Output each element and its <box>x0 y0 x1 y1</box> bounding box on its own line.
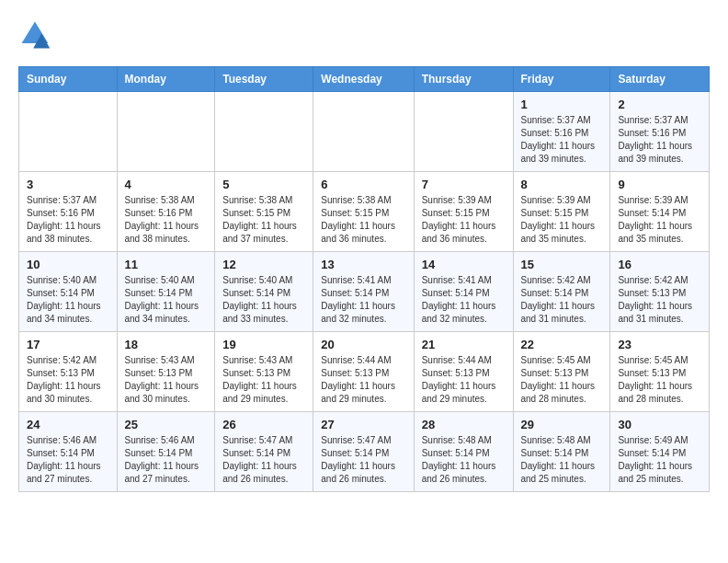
day-info: Sunrise: 5:37 AM Sunset: 5:16 PM Dayligh… <box>618 114 701 166</box>
day-number: 8 <box>521 178 603 191</box>
day-number: 13 <box>321 258 405 271</box>
day-info: Sunrise: 5:37 AM Sunset: 5:16 PM Dayligh… <box>521 114 603 166</box>
day-number: 18 <box>125 338 208 351</box>
day-number: 3 <box>27 178 109 191</box>
day-number: 6 <box>321 178 405 191</box>
calendar-cell: 9Sunrise: 5:39 AM Sunset: 5:14 PM Daylig… <box>610 172 710 252</box>
day-number: 15 <box>521 258 603 271</box>
calendar-cell: 2Sunrise: 5:37 AM Sunset: 5:16 PM Daylig… <box>610 92 710 172</box>
day-number: 27 <box>321 418 405 431</box>
calendar-cell: 21Sunrise: 5:44 AM Sunset: 5:13 PM Dayli… <box>414 332 513 412</box>
day-info: Sunrise: 5:39 AM Sunset: 5:15 PM Dayligh… <box>422 194 506 246</box>
calendar-cell: 7Sunrise: 5:39 AM Sunset: 5:15 PM Daylig… <box>414 172 513 252</box>
day-number: 30 <box>618 418 701 431</box>
calendar-week-3: 10Sunrise: 5:40 AM Sunset: 5:14 PM Dayli… <box>19 252 710 332</box>
day-number: 22 <box>521 338 603 351</box>
day-info: Sunrise: 5:38 AM Sunset: 5:16 PM Dayligh… <box>125 194 208 246</box>
day-info: Sunrise: 5:39 AM Sunset: 5:15 PM Dayligh… <box>521 194 603 246</box>
calendar-cell: 17Sunrise: 5:42 AM Sunset: 5:13 PM Dayli… <box>19 332 118 412</box>
day-number: 16 <box>618 258 701 271</box>
day-info: Sunrise: 5:40 AM Sunset: 5:14 PM Dayligh… <box>125 274 208 326</box>
calendar-cell: 3Sunrise: 5:37 AM Sunset: 5:16 PM Daylig… <box>19 172 118 252</box>
day-number: 10 <box>27 258 109 271</box>
calendar-cell: 27Sunrise: 5:47 AM Sunset: 5:14 PM Dayli… <box>313 412 414 492</box>
day-info: Sunrise: 5:48 AM Sunset: 5:14 PM Dayligh… <box>422 434 506 486</box>
day-info: Sunrise: 5:40 AM Sunset: 5:14 PM Dayligh… <box>27 274 109 326</box>
calendar-cell: 5Sunrise: 5:38 AM Sunset: 5:15 PM Daylig… <box>215 172 313 252</box>
day-info: Sunrise: 5:48 AM Sunset: 5:14 PM Dayligh… <box>521 434 603 486</box>
day-number: 14 <box>422 258 506 271</box>
header-day-sunday: Sunday <box>19 67 118 92</box>
day-number: 21 <box>422 338 506 351</box>
calendar-cell: 25Sunrise: 5:46 AM Sunset: 5:14 PM Dayli… <box>117 412 215 492</box>
calendar-cell: 30Sunrise: 5:49 AM Sunset: 5:14 PM Dayli… <box>610 412 710 492</box>
calendar-cell: 15Sunrise: 5:42 AM Sunset: 5:14 PM Dayli… <box>513 252 610 332</box>
header-day-friday: Friday <box>513 67 610 92</box>
calendar-body: 1Sunrise: 5:37 AM Sunset: 5:16 PM Daylig… <box>19 92 710 492</box>
day-info: Sunrise: 5:43 AM Sunset: 5:13 PM Dayligh… <box>222 354 305 406</box>
day-info: Sunrise: 5:44 AM Sunset: 5:13 PM Dayligh… <box>321 354 405 406</box>
day-info: Sunrise: 5:49 AM Sunset: 5:14 PM Dayligh… <box>618 434 701 486</box>
calendar-cell <box>117 92 215 172</box>
day-info: Sunrise: 5:41 AM Sunset: 5:14 PM Dayligh… <box>422 274 506 326</box>
day-number: 26 <box>222 418 305 431</box>
calendar-cell: 8Sunrise: 5:39 AM Sunset: 5:15 PM Daylig… <box>513 172 610 252</box>
calendar-cell: 6Sunrise: 5:38 AM Sunset: 5:15 PM Daylig… <box>313 172 414 252</box>
calendar-cell: 16Sunrise: 5:42 AM Sunset: 5:13 PM Dayli… <box>610 252 710 332</box>
calendar-header: SundayMondayTuesdayWednesdayThursdayFrid… <box>19 67 710 92</box>
calendar-cell: 29Sunrise: 5:48 AM Sunset: 5:14 PM Dayli… <box>513 412 610 492</box>
calendar-cell <box>19 92 118 172</box>
logo <box>18 18 57 52</box>
header-day-thursday: Thursday <box>414 67 513 92</box>
day-info: Sunrise: 5:41 AM Sunset: 5:14 PM Dayligh… <box>321 274 405 326</box>
day-number: 28 <box>422 418 506 431</box>
day-number: 1 <box>521 98 603 111</box>
day-number: 4 <box>125 178 208 191</box>
calendar-week-5: 24Sunrise: 5:46 AM Sunset: 5:14 PM Dayli… <box>19 412 710 492</box>
day-info: Sunrise: 5:45 AM Sunset: 5:13 PM Dayligh… <box>618 354 701 406</box>
calendar-table: SundayMondayTuesdayWednesdayThursdayFrid… <box>18 66 710 492</box>
day-number: 29 <box>521 418 603 431</box>
day-number: 19 <box>222 338 305 351</box>
calendar-cell <box>414 92 513 172</box>
calendar-week-1: 1Sunrise: 5:37 AM Sunset: 5:16 PM Daylig… <box>19 92 710 172</box>
day-number: 9 <box>618 178 701 191</box>
header-day-monday: Monday <box>117 67 215 92</box>
calendar-cell: 1Sunrise: 5:37 AM Sunset: 5:16 PM Daylig… <box>513 92 610 172</box>
calendar-cell <box>313 92 414 172</box>
calendar-cell: 26Sunrise: 5:47 AM Sunset: 5:14 PM Dayli… <box>215 412 313 492</box>
header-day-saturday: Saturday <box>610 67 710 92</box>
calendar-cell: 20Sunrise: 5:44 AM Sunset: 5:13 PM Dayli… <box>313 332 414 412</box>
calendar-cell <box>215 92 313 172</box>
page-header <box>18 18 710 52</box>
calendar-week-2: 3Sunrise: 5:37 AM Sunset: 5:16 PM Daylig… <box>19 172 710 252</box>
day-number: 5 <box>222 178 305 191</box>
calendar-cell: 23Sunrise: 5:45 AM Sunset: 5:13 PM Dayli… <box>610 332 710 412</box>
day-info: Sunrise: 5:47 AM Sunset: 5:14 PM Dayligh… <box>321 434 405 486</box>
day-info: Sunrise: 5:38 AM Sunset: 5:15 PM Dayligh… <box>222 194 305 246</box>
day-number: 12 <box>222 258 305 271</box>
day-info: Sunrise: 5:37 AM Sunset: 5:16 PM Dayligh… <box>27 194 109 246</box>
calendar-cell: 13Sunrise: 5:41 AM Sunset: 5:14 PM Dayli… <box>313 252 414 332</box>
calendar-cell: 11Sunrise: 5:40 AM Sunset: 5:14 PM Dayli… <box>117 252 215 332</box>
calendar-week-4: 17Sunrise: 5:42 AM Sunset: 5:13 PM Dayli… <box>19 332 710 412</box>
day-info: Sunrise: 5:38 AM Sunset: 5:15 PM Dayligh… <box>321 194 405 246</box>
day-info: Sunrise: 5:39 AM Sunset: 5:14 PM Dayligh… <box>618 194 701 246</box>
header-row: SundayMondayTuesdayWednesdayThursdayFrid… <box>19 67 710 92</box>
calendar-cell: 14Sunrise: 5:41 AM Sunset: 5:14 PM Dayli… <box>414 252 513 332</box>
header-day-wednesday: Wednesday <box>313 67 414 92</box>
calendar-cell: 4Sunrise: 5:38 AM Sunset: 5:16 PM Daylig… <box>117 172 215 252</box>
day-info: Sunrise: 5:45 AM Sunset: 5:13 PM Dayligh… <box>521 354 603 406</box>
day-info: Sunrise: 5:42 AM Sunset: 5:13 PM Dayligh… <box>618 274 701 326</box>
day-number: 2 <box>618 98 701 111</box>
day-number: 23 <box>618 338 701 351</box>
day-number: 20 <box>321 338 405 351</box>
logo-icon <box>18 18 51 52</box>
calendar-cell: 22Sunrise: 5:45 AM Sunset: 5:13 PM Dayli… <box>513 332 610 412</box>
calendar-cell: 24Sunrise: 5:46 AM Sunset: 5:14 PM Dayli… <box>19 412 118 492</box>
calendar-cell: 12Sunrise: 5:40 AM Sunset: 5:14 PM Dayli… <box>215 252 313 332</box>
calendar-cell: 18Sunrise: 5:43 AM Sunset: 5:13 PM Dayli… <box>117 332 215 412</box>
day-number: 24 <box>27 418 109 431</box>
day-info: Sunrise: 5:42 AM Sunset: 5:13 PM Dayligh… <box>27 354 109 406</box>
calendar-cell: 10Sunrise: 5:40 AM Sunset: 5:14 PM Dayli… <box>19 252 118 332</box>
